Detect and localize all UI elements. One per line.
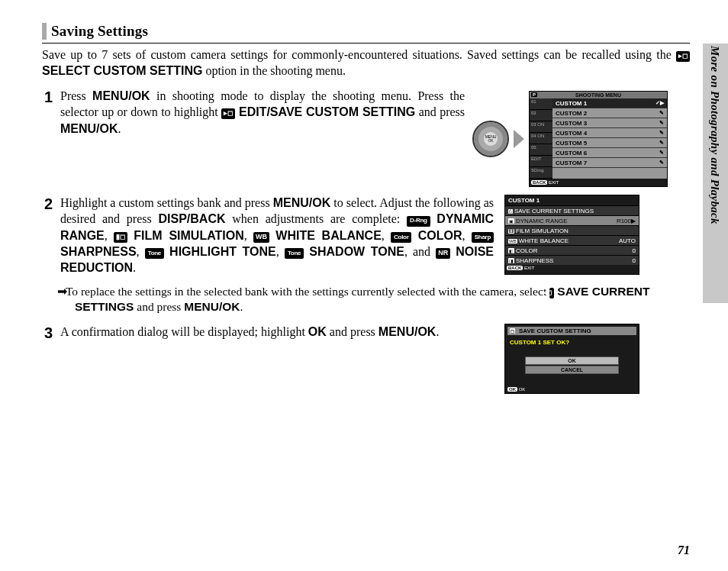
select-custom-icon: ▸◻ [676,51,690,62]
section-title: Saving Settings [42,23,690,40]
arrow-right-icon [514,130,524,148]
step-2-text: Highlight a custom settings bank and pre… [60,195,494,276]
nr-icon: NR [436,248,450,259]
lcd-shooting-menu: PSHOOTING MENU 01 02 03 ON 04 ON 05 EDIT… [529,91,668,187]
page-number: 71 [678,544,690,557]
page: More on Photography and Playback Saving … [0,0,728,571]
step-3: 3 A confirmation dialog will be displaye… [42,324,690,394]
lcd-custom-settings: CUSTOM 1 ⎙SAVE CURRENT SETTINGS ▣DYNAMIC… [504,195,639,275]
intro-b: SELECT CUSTOM SETTING [42,64,202,77]
sharp-icon: Sharp [472,232,494,243]
shadow-icon: Tone [285,248,304,259]
lcd-confirm-dialog: ◻SAVE CUSTOM SETTING CUSTOM 1 SET OK? OK… [504,324,639,394]
drng-icon: D-Rng [407,216,430,227]
edit-save-icon: ▸◻ [221,108,235,119]
lcd3-cancel: CANCEL [525,366,619,374]
save-current-icon: ▸◻ [549,288,554,298]
side-chapter-title: More on Photography and Playback [708,46,721,224]
intro-a: Save up to 7 sets of custom camera setti… [42,48,676,61]
dpad-icon: MENU OK [472,121,509,157]
step-1-text: Press MENU/OK in shooting mode to displa… [60,88,465,137]
film-icon: ▮◻ [114,232,127,243]
lcd1-left-tabs: 01 02 03 ON 04 ON 05 EDIT SDmg [530,98,552,179]
step-1-num: 1 [42,89,53,105]
lcd3-ok: OK [525,356,619,365]
highlight-icon: Tone [145,248,164,259]
lcd1-rows: CUSTOM 1✓▶ CUSTOM 2✎ CUSTOM 3✎ CUSTOM 4✎… [552,98,667,179]
intro-c: option in the shooting menu. [202,64,346,77]
section-rule [42,43,690,44]
step-2: 2 Highlight a custom settings bank and p… [42,195,690,276]
step-1: 1 Press MENU/OK in shooting mode to disp… [42,88,690,187]
step-1-graphics: MENU OK PSHOOTING MENU 01 02 03 ON 04 ON… [472,91,668,187]
step-2-num: 2 [42,195,53,212]
intro-text: Save up to 7 sets of custom camera setti… [42,47,690,79]
color-icon: Color [391,232,411,243]
step-3-text: A confirmation dialog will be displayed;… [60,324,494,340]
step-2-note: ➡ To replace the settings in the selecte… [57,284,690,315]
wb-icon: WB [253,232,269,243]
step-3-num: 3 [42,324,53,341]
